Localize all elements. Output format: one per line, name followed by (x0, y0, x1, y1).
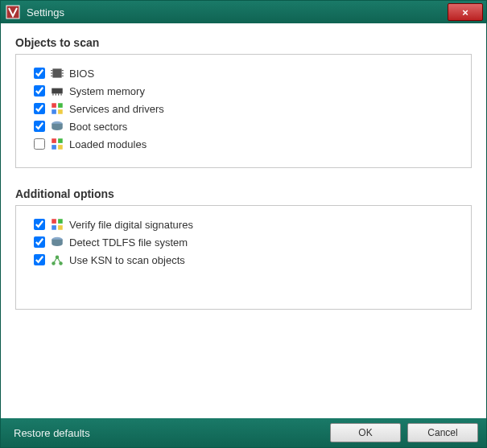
close-icon: × (462, 6, 468, 18)
disk-icon (50, 120, 64, 133)
svg-rect-18 (52, 138, 56, 143)
option-verify-signatures: Verify file digital signatures (34, 216, 456, 233)
network-icon (50, 253, 64, 266)
svg-rect-15 (52, 109, 56, 114)
windows-icon (50, 218, 64, 231)
disk-icon (50, 236, 64, 249)
label-services-drivers: Services and drivers (69, 103, 164, 115)
checkbox-system-memory[interactable] (34, 85, 45, 97)
checkbox-use-ksn[interactable] (34, 254, 45, 265)
svg-line-30 (54, 257, 58, 264)
svg-rect-10 (56, 93, 56, 95)
settings-dialog: Settings × Objects to scan BIOS System m… (0, 0, 487, 448)
cancel-button[interactable]: Cancel (407, 423, 478, 442)
option-bios: BIOS (34, 64, 456, 82)
svg-rect-16 (58, 109, 63, 114)
ok-button[interactable]: OK (330, 423, 401, 442)
svg-rect-22 (52, 219, 56, 224)
svg-rect-11 (58, 93, 59, 95)
memory-icon (50, 84, 64, 97)
svg-rect-25 (58, 225, 63, 230)
svg-rect-23 (58, 219, 63, 224)
label-bios: BIOS (69, 68, 94, 80)
checkbox-detect-tdlfs[interactable] (34, 236, 45, 248)
objects-section-title: Objects to scan (15, 36, 472, 49)
additional-section-box: Verify file digital signatures Detect TD… (15, 205, 472, 310)
chip-icon (50, 67, 64, 80)
svg-rect-13 (52, 103, 56, 108)
svg-rect-14 (58, 103, 63, 108)
svg-rect-9 (52, 93, 53, 95)
checkbox-loaded-modules[interactable] (34, 138, 45, 150)
svg-rect-20 (52, 145, 56, 150)
windows-icon (50, 138, 64, 150)
svg-rect-24 (52, 225, 56, 230)
windows-icon (50, 102, 64, 115)
option-loaded-modules: Loaded modules (34, 135, 456, 153)
svg-line-31 (57, 257, 61, 264)
label-detect-tdlfs: Detect TDLFS file system (69, 236, 188, 249)
svg-rect-1 (52, 68, 61, 77)
window-title: Settings (27, 6, 448, 18)
label-system-memory: System memory (69, 85, 145, 97)
close-button[interactable]: × (448, 3, 483, 21)
checkbox-verify-signatures[interactable] (34, 219, 45, 230)
option-system-memory: System memory (34, 82, 456, 100)
restore-defaults-link[interactable]: Restore defaults (14, 427, 324, 439)
svg-rect-12 (61, 93, 62, 95)
additional-section-title: Additional options (15, 187, 472, 200)
checkbox-bios[interactable] (34, 68, 45, 79)
option-services-drivers: Services and drivers (34, 100, 456, 117)
label-loaded-modules: Loaded modules (69, 138, 147, 150)
objects-section-box: BIOS System memory Services and drivers … (15, 54, 472, 168)
checkbox-boot-sectors[interactable] (34, 121, 45, 132)
svg-rect-8 (52, 88, 63, 94)
checkbox-services-drivers[interactable] (34, 103, 45, 114)
dialog-footer: Restore defaults OK Cancel (1, 418, 486, 447)
label-use-ksn: Use KSN to scan objects (69, 254, 185, 266)
svg-rect-21 (58, 145, 63, 150)
app-logo-icon (6, 5, 20, 19)
label-verify-signatures: Verify file digital signatures (69, 219, 193, 231)
option-boot-sectors: Boot sectors (34, 117, 456, 135)
dialog-content: Objects to scan BIOS System memory Servi… (1, 23, 486, 418)
label-boot-sectors: Boot sectors (69, 121, 127, 133)
option-use-ksn: Use KSN to scan objects (34, 251, 456, 269)
option-detect-tdlfs: Detect TDLFS file system (34, 233, 456, 251)
svg-rect-19 (58, 138, 63, 143)
titlebar: Settings × (1, 1, 486, 23)
